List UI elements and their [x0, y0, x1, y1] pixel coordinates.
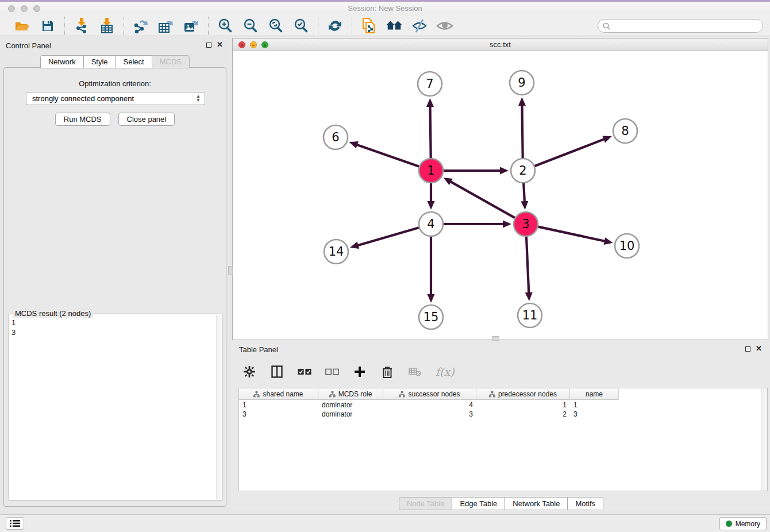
table-panel-close-icon[interactable]: ✕	[756, 346, 762, 352]
open-session-icon[interactable]	[14, 17, 31, 34]
task-history-button[interactable]	[6, 517, 24, 530]
table-cell[interactable]: 2	[476, 410, 570, 419]
search-input[interactable]	[613, 21, 763, 31]
table-settings-icon[interactable]	[242, 365, 256, 379]
column-header-successor-nodes[interactable]: successor nodes	[383, 388, 476, 400]
edge-1-6[interactable]	[356, 144, 419, 167]
tab-network-table[interactable]: Network Table	[505, 497, 568, 510]
dropdown-arrows-icon: ▲▼	[196, 94, 201, 102]
show-all-icon[interactable]	[436, 17, 453, 34]
search-box	[598, 19, 763, 33]
tab-motifs[interactable]: Motifs	[567, 497, 603, 510]
delete-column-icon[interactable]	[380, 365, 394, 379]
mcds-panel: Optimization criterion: strongly connect…	[3, 67, 226, 507]
control-panel-title: Control Panel	[6, 41, 51, 50]
network-canvas[interactable]: 7968124314101511	[233, 51, 768, 340]
edge-arrowhead	[521, 201, 528, 210]
mcds-result-text[interactable]: 1 3	[11, 318, 16, 337]
table-panel: Table Panel ✕ f(x) shared nameMCDS roles…	[232, 342, 770, 511]
edge-arrowhead	[518, 97, 526, 106]
delete-table-icon[interactable]	[408, 365, 422, 379]
column-header-name[interactable]: name	[570, 388, 619, 400]
home-network-icon[interactable]	[386, 17, 403, 34]
edge-3-10[interactable]	[538, 227, 606, 242]
export-table-icon[interactable]	[157, 17, 175, 34]
tab-node-table[interactable]: Node Table	[399, 497, 453, 510]
panel-splitter-grip[interactable]	[228, 266, 233, 275]
table-cell[interactable]: 4	[383, 400, 476, 410]
tab-style[interactable]: Style	[83, 55, 116, 68]
control-panel-close-icon[interactable]: ✕	[217, 42, 223, 48]
clear-checkboxes-icon[interactable]	[325, 365, 339, 379]
table-cell[interactable]: 1	[570, 400, 619, 410]
edge-2-8[interactable]	[535, 138, 606, 166]
table-rows: 1dominator4113dominator323	[239, 400, 761, 419]
table-cell[interactable]: 3	[570, 410, 619, 419]
table-row[interactable]: 3dominator323	[239, 410, 761, 419]
edge-1-7[interactable]	[430, 105, 430, 158]
column-label: shared name	[263, 390, 303, 398]
dropdown-value: strongly connected component	[32, 94, 134, 103]
result-scrollbar[interactable]	[216, 315, 221, 499]
graph-node-label: 3	[522, 217, 529, 231]
table-cell[interactable]: 1	[476, 400, 570, 410]
export-network-icon[interactable]	[132, 17, 149, 34]
add-column-icon[interactable]	[353, 365, 367, 379]
column-header-shared-name[interactable]: shared name	[239, 388, 318, 400]
table-cell[interactable]: dominator	[318, 410, 383, 419]
column-header-MCDS-role[interactable]: MCDS role	[318, 388, 383, 400]
zoom-fit-icon[interactable]	[267, 17, 284, 34]
network-graph[interactable]: 7968124314101511	[233, 51, 768, 340]
edge-2-9[interactable]	[522, 104, 522, 158]
sort-tree-icon	[329, 391, 336, 398]
table-cell[interactable]: 1	[239, 400, 318, 410]
graph-node-label: 4	[427, 217, 434, 231]
table-toolbar: f(x)	[242, 360, 455, 383]
edge-3-1[interactable]	[449, 181, 515, 218]
tab-select[interactable]: Select	[116, 55, 152, 68]
mcds-result-title: MCDS result (2 nodes)	[13, 309, 93, 318]
column-label: MCDS role	[338, 390, 372, 398]
zoom-in-icon[interactable]	[217, 17, 234, 34]
save-session-icon[interactable]	[39, 17, 56, 34]
function-builder-icon[interactable]: f(x)	[436, 365, 455, 378]
import-table-icon[interactable]	[98, 17, 116, 34]
control-panel-float-button[interactable]	[206, 43, 211, 48]
export-image-icon[interactable]	[183, 17, 200, 34]
tab-network[interactable]: Network	[40, 55, 84, 68]
table-cell[interactable]: 3	[383, 410, 476, 419]
split-columns-icon[interactable]	[270, 365, 284, 379]
table-row[interactable]: 1dominator411	[239, 400, 761, 410]
zoom-selected-icon[interactable]	[292, 17, 310, 34]
sort-tree-icon	[399, 391, 405, 398]
edge-arrowhead	[349, 141, 359, 148]
zoom-out-icon[interactable]	[242, 17, 259, 34]
tab-mcds[interactable]: MCDS	[152, 55, 190, 68]
edge-2-3[interactable]	[523, 183, 525, 203]
run-mcds-button[interactable]: Run MCDS	[55, 113, 110, 126]
edge-4-14[interactable]	[357, 228, 419, 246]
list-icon	[10, 519, 20, 527]
column-header-predecessor-nodes[interactable]: predecessor nodes	[476, 388, 570, 400]
table-cell[interactable]: 3	[239, 410, 318, 419]
edge-arrowhead	[604, 237, 613, 245]
node-table: shared nameMCDS rolesuccessor nodesprede…	[238, 388, 768, 491]
table-cell[interactable]: dominator	[318, 400, 383, 410]
refresh-layout-icon[interactable]	[326, 17, 344, 34]
select-all-checkboxes-icon[interactable]	[298, 365, 311, 379]
hide-selected-icon[interactable]	[411, 17, 428, 34]
memory-button[interactable]: Memory	[719, 517, 767, 530]
optimization-criterion-dropdown[interactable]: strongly connected component ▲▼	[26, 92, 205, 105]
clone-network-icon[interactable]	[360, 17, 378, 34]
horizontal-splitter-grip[interactable]	[492, 336, 499, 341]
graph-node-label: 8	[621, 124, 629, 138]
table-panel-float-button[interactable]	[745, 346, 750, 352]
import-network-icon[interactable]	[73, 17, 90, 34]
close-panel-button[interactable]: Close panel	[118, 113, 175, 126]
network-window-titlebar[interactable]: × − + scc.txt	[233, 38, 768, 51]
edge-3-11[interactable]	[526, 237, 529, 294]
edge-arrowhead	[500, 167, 509, 175]
table-tabs: Node TableEdge TableNetwork TableMotifs	[232, 497, 770, 510]
tab-edge-table[interactable]: Edge Table	[452, 497, 505, 510]
table-scrollbar[interactable]	[761, 388, 767, 491]
